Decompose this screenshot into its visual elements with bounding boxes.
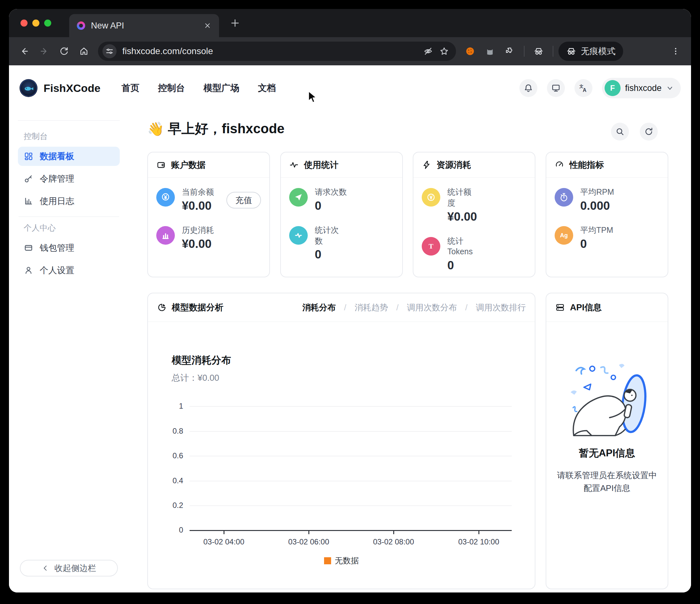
sidebar-section-console: 控制台 (24, 131, 120, 142)
url-text[interactable]: fishxcode.com/console (122, 46, 418, 56)
tab-title: New API (91, 21, 124, 31)
forward-icon[interactable] (35, 42, 53, 60)
user-menu[interactable]: F fishxcode (602, 78, 681, 98)
card-header: 资源消耗 (414, 152, 535, 178)
gridline (190, 406, 512, 407)
tab-consumption-distribution[interactable]: 消耗分布 (302, 302, 335, 313)
stat-label: 历史消耗 (182, 225, 214, 236)
top-nav: 首页 控制台 模型广场 文档 (122, 82, 276, 94)
toolbar-divider (524, 46, 525, 57)
stat-row-requests: 请求次数 0 (289, 187, 394, 212)
back-icon[interactable] (15, 42, 33, 60)
browser-menu-icon[interactable] (667, 42, 685, 60)
stat-value: 0 (315, 248, 339, 261)
page: FishXCode 首页 控制台 模型广场 文档 (9, 65, 691, 593)
tab-close-icon[interactable] (204, 22, 211, 29)
search-icon (615, 127, 625, 136)
bar-chart-icon (156, 226, 175, 245)
nav-model-square[interactable]: 模型广场 (204, 82, 240, 94)
chart-title: 模型消耗分布 (172, 354, 231, 367)
tab-call-count-ranking[interactable]: 调用次数排行 (476, 302, 526, 313)
card-usage-stats: 使用统计 请求次数 0 (280, 152, 403, 277)
translate-icon: 文 A (579, 83, 588, 93)
stat-row-history-spend: 历史消耗 ¥0.00 (156, 225, 261, 251)
reload-icon[interactable] (55, 42, 73, 60)
sidebar-item-usage-logs[interactable]: 使用日志 (18, 192, 120, 211)
dashboard-icon (24, 151, 33, 161)
new-tab-button[interactable] (230, 18, 240, 28)
zoom-window-button[interactable] (44, 20, 51, 27)
wallet-icon (156, 160, 166, 170)
cat-extension-icon[interactable] (481, 42, 499, 60)
sidebar-item-settings[interactable]: 个人设置 (18, 261, 120, 280)
nav-docs[interactable]: 文档 (258, 82, 276, 94)
model-analysis-card: 模型数据分析 消耗分布 / 消耗趋势 / 调用次数分布 / 调用次数排行 模型消… (147, 293, 535, 589)
x-tick-label: 03-02 08:00 (355, 537, 432, 546)
stat-label: 统计 Tokens (447, 236, 473, 257)
tab-separator: / (396, 303, 399, 312)
bookmark-star-icon[interactable] (439, 46, 449, 56)
y-tick-label: 0.6 (157, 451, 183, 460)
refresh-button[interactable] (640, 123, 658, 141)
card-account-data: 账户数据 当前余额 ¥0.00 充值 (147, 152, 270, 277)
lightning-icon (422, 160, 431, 170)
refresh-icon (644, 127, 654, 136)
top-up-button[interactable]: 充值 (226, 192, 261, 208)
stat-value: ¥0.00 (447, 210, 477, 224)
close-window-button[interactable] (21, 20, 28, 27)
nav-home[interactable]: 首页 (122, 82, 140, 94)
chart-card-header: 模型数据分析 消耗分布 / 消耗趋势 / 调用次数分布 / 调用次数排行 (148, 293, 535, 322)
search-button[interactable] (611, 123, 629, 141)
monitor-icon (551, 83, 561, 93)
sidebar-item-dashboard[interactable]: 数据看板 (18, 147, 120, 166)
card-title: 使用统计 (304, 159, 339, 171)
sidebar-divider (19, 217, 119, 217)
notifications-button[interactable] (519, 79, 537, 97)
stat-value: ¥0.00 (182, 199, 214, 212)
gridline (190, 431, 512, 432)
browser-tab[interactable]: New API (69, 14, 219, 37)
chart-legend[interactable]: 无数据 (148, 555, 535, 566)
axis-tick (478, 531, 479, 534)
eye-off-icon[interactable] (423, 46, 433, 56)
extensions-puzzle-icon[interactable] (501, 42, 519, 60)
stat-row-quota: 统计额 度 ¥0.00 (422, 187, 526, 224)
browser-window: New API (9, 9, 691, 593)
yen-coin-icon (422, 188, 440, 206)
sidebar-item-tokens[interactable]: 令牌管理 (18, 169, 120, 188)
stat-label: 统计次 数 (315, 225, 339, 247)
pulse-icon (289, 226, 308, 245)
tab-call-count-distribution[interactable]: 调用次数分布 (407, 302, 457, 313)
incognito-label: 无痕模式 (581, 46, 616, 57)
sidebar-item-label: 个人设置 (40, 265, 74, 276)
x-tick-label: 03-02 10:00 (440, 537, 517, 546)
x-axis-line (190, 530, 512, 531)
bar-chart-icon (24, 196, 33, 206)
minimize-window-button[interactable] (32, 20, 40, 27)
url-bar[interactable]: fishxcode.com/console (98, 42, 456, 61)
home-icon[interactable] (75, 42, 93, 60)
collapse-sidebar-button[interactable]: 收起侧边栏 (20, 560, 118, 576)
site-settings-icon[interactable] (102, 44, 117, 58)
card-header: 账户数据 (148, 152, 269, 178)
api-card-title: API信息 (570, 302, 602, 313)
stat-label: 统计额 度 (447, 187, 477, 208)
greeting: 👋 早上好，fishxcode (147, 120, 284, 138)
card-header: 使用统计 (281, 152, 402, 178)
paper-plane-icon (289, 188, 308, 206)
nav-console[interactable]: 控制台 (158, 82, 185, 94)
tab-consumption-trend[interactable]: 消耗趋势 (355, 302, 388, 313)
stat-row-stat-count: 统计次 数 0 (289, 225, 394, 262)
stat-row-tpm: Ag 平均TPM 0 (555, 225, 659, 251)
svg-text:T: T (429, 243, 433, 250)
sidebar-item-wallet[interactable]: 钱包管理 (18, 238, 120, 257)
card-performance: 性能指标 平均RPM 0.000 (546, 152, 668, 277)
theme-display-button[interactable] (547, 79, 565, 97)
card-header: 性能指标 (546, 152, 668, 178)
incognito-badge: 无痕模式 (558, 42, 623, 61)
language-button[interactable]: 文 A (574, 79, 593, 97)
stat-value: 0.000 (580, 199, 614, 212)
sidebar-item-label: 使用日志 (40, 195, 74, 207)
toolbar-divider (553, 46, 553, 57)
cookie-extension-icon[interactable] (461, 42, 479, 60)
